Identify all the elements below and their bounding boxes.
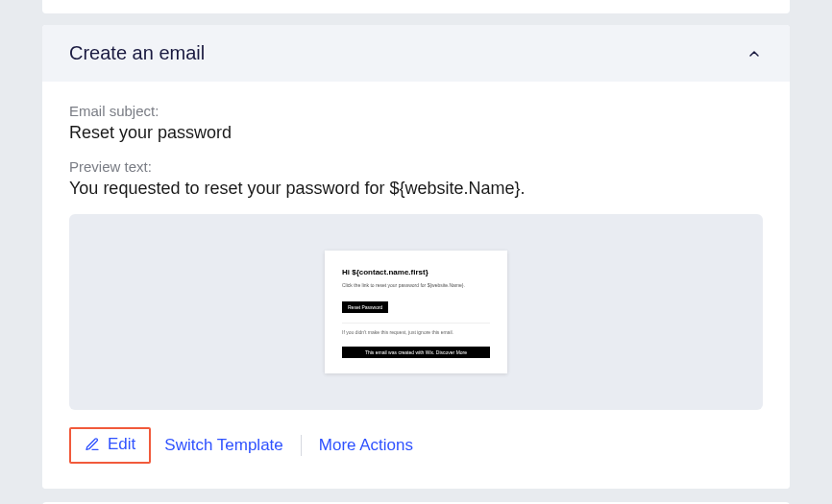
chevron-up-icon — [746, 45, 763, 62]
action-divider — [301, 435, 302, 456]
email-subject-label: Email subject: — [69, 103, 763, 119]
email-preview-area: Hi ${contact.name.first} Click the link … — [69, 214, 763, 410]
switch-template-button[interactable]: Switch Template — [151, 428, 296, 463]
preview-text-value: You requested to reset your password for… — [69, 179, 763, 199]
edit-button[interactable]: Edit — [85, 435, 135, 454]
edit-button-label: Edit — [108, 435, 135, 454]
actions-row: Edit Switch Template More Actions — [69, 425, 763, 464]
card-title: Create an email — [69, 42, 205, 64]
email-subject-value: Reset your password — [69, 123, 763, 143]
thumb-line-1: Click the link to reset your password fo… — [342, 282, 490, 288]
preview-text-label: Preview text: — [69, 158, 763, 175]
more-actions-label: More Actions — [319, 436, 413, 455]
thumb-footer: This email was created with Wix. Discove… — [342, 347, 490, 358]
email-thumbnail: Hi ${contact.name.first} Click the link … — [325, 251, 507, 373]
card-header[interactable]: Create an email — [42, 25, 790, 82]
thumb-content: Hi ${contact.name.first} Click the link … — [332, 258, 500, 347]
create-email-card: Create an email Email subject: Reset you… — [42, 25, 790, 489]
previous-card-bottom — [42, 0, 790, 13]
pencil-icon — [85, 437, 100, 452]
more-actions-button[interactable]: More Actions — [306, 428, 427, 463]
card-body: Email subject: Reset your password Previ… — [42, 82, 790, 489]
thumb-line-2: If you didn't make this request, just ig… — [342, 329, 490, 335]
switch-template-label: Switch Template — [164, 436, 282, 455]
thumb-separator — [342, 323, 490, 324]
thumb-greeting: Hi ${contact.name.first} — [342, 268, 490, 276]
edit-highlight-box: Edit — [69, 427, 151, 464]
thumb-reset-button: Reset Password — [342, 301, 388, 313]
